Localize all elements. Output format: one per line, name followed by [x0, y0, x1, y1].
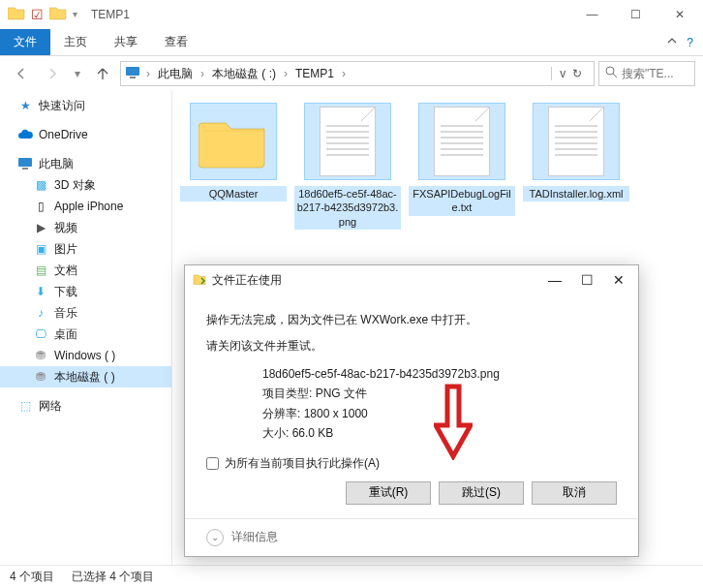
sidebar-item-network[interactable]: ⬚ 网络	[0, 395, 171, 417]
document-icon	[304, 103, 391, 180]
skip-button[interactable]: 跳过(S)	[439, 481, 524, 505]
sidebar-item-label: 3D 对象	[54, 177, 96, 194]
sidebar-item-local-drive[interactable]: ⛃ 本地磁盘 ( )	[0, 366, 171, 387]
sidebar-item-music[interactable]: ♪ 音乐	[0, 302, 171, 324]
search-input[interactable]: 搜索"TE...	[598, 61, 695, 86]
sidebar-item-quickaccess[interactable]: ★ 快速访问	[0, 95, 171, 116]
svg-rect-0	[126, 67, 139, 76]
phone-icon: ▯	[33, 199, 48, 214]
maximize-button[interactable]: ☐	[614, 1, 657, 28]
music-icon: ♪	[33, 305, 48, 321]
recent-dropdown-icon[interactable]: ▾	[70, 60, 85, 87]
ribbon-expand-icon[interactable]: ?	[657, 35, 703, 49]
crumb-thispc[interactable]: 此电脑	[156, 66, 195, 82]
chevron-right-icon[interactable]: ›	[197, 67, 208, 80]
sidebar-item-label: 音乐	[54, 305, 77, 322]
chevron-right-icon[interactable]: ›	[142, 67, 154, 80]
retry-button[interactable]: 重试(R)	[346, 481, 431, 505]
sidebar-item-windows-drive[interactable]: ⛃ Windows ( )	[0, 345, 171, 366]
sidebar: ★ 快速访问 OneDrive 此电脑 ▩ 3D 对象 ▯ Apple iPho…	[0, 91, 172, 565]
sidebar-item-3dobjects[interactable]: ▩ 3D 对象	[0, 174, 171, 196]
picture-icon: ▣	[33, 241, 48, 257]
document-icon	[533, 103, 620, 180]
download-icon: ⬇	[33, 284, 48, 299]
checkbox-label: 为所有当前项目执行此操作(A)	[225, 455, 380, 472]
svg-rect-4	[18, 158, 32, 167]
file-item-folder[interactable]: QQMaster	[180, 103, 287, 201]
file-item-txt[interactable]: FXSAPIDebugLogFile.txt	[409, 103, 515, 216]
up-button[interactable]	[89, 60, 116, 87]
sidebar-item-iphone[interactable]: ▯ Apple iPhone	[0, 196, 171, 217]
tab-share[interactable]: 共享	[101, 29, 151, 55]
apply-all-checkbox-row[interactable]: 为所有当前项目执行此操作(A)	[206, 455, 617, 472]
dialog-buttons: 重试(R) 跳过(S) 取消	[206, 481, 617, 505]
cancel-button[interactable]: 取消	[532, 481, 617, 505]
sidebar-item-pictures[interactable]: ▣ 图片	[0, 238, 171, 260]
dialog-maximize-button[interactable]: ☐	[581, 272, 594, 288]
apply-all-checkbox[interactable]	[206, 457, 219, 470]
tab-file[interactable]: 文件	[0, 29, 50, 55]
sidebar-item-label: 桌面	[54, 326, 77, 343]
chevron-right-icon[interactable]: ›	[338, 67, 350, 80]
pc-icon	[125, 66, 140, 82]
back-button[interactable]	[8, 60, 35, 87]
crumb-folder[interactable]: TEMP1	[293, 67, 336, 80]
sidebar-item-label: 此电脑	[39, 156, 74, 172]
ribbon: 文件 主页 共享 查看 ?	[0, 29, 703, 56]
drive-icon: ⛃	[33, 348, 48, 363]
check-icon[interactable]: ☑	[31, 7, 44, 22]
cloud-icon	[17, 127, 33, 142]
sidebar-item-videos[interactable]: ▶ 视频	[0, 217, 171, 238]
document-icon	[418, 103, 505, 180]
detail-filename: 18d60ef5-ce5f-48ac-b217-b4235d3972b3.png	[262, 364, 617, 384]
search-icon	[605, 66, 618, 81]
desktop-icon: 🖵	[33, 326, 48, 342]
quick-access-toolbar: ☑ ▾	[2, 5, 83, 23]
dialog-message-1: 操作无法完成，因为文件已在 WXWork.exe 中打开。	[206, 312, 617, 328]
dialog-message-2: 请关闭该文件并重试。	[206, 338, 617, 355]
detail-type: 项目类型: PNG 文件	[262, 384, 617, 403]
breadcrumb[interactable]: › 此电脑 › 本地磁盘 ( :) › TEMP1 › v ↻	[120, 61, 595, 86]
app-icon	[193, 272, 206, 289]
svg-rect-5	[22, 168, 28, 170]
sidebar-item-label: 图片	[54, 241, 77, 258]
navbar: ▾ › 此电脑 › 本地磁盘 ( :) › TEMP1 › v ↻ 搜索"TE.…	[0, 56, 703, 91]
sidebar-item-downloads[interactable]: ⬇ 下载	[0, 281, 171, 302]
sidebar-item-onedrive[interactable]: OneDrive	[0, 124, 171, 145]
statusbar: 4 个项目 已选择 4 个项目	[0, 565, 703, 588]
breadcrumb-dropdown[interactable]: v ↻	[551, 67, 590, 80]
sidebar-item-label: 本地磁盘 ( )	[54, 369, 115, 386]
dialog-expand-row[interactable]: ⌄ 详细信息	[185, 518, 638, 556]
forward-button[interactable]	[39, 60, 66, 87]
sidebar-item-thispc[interactable]: 此电脑	[0, 153, 171, 174]
sidebar-item-desktop[interactable]: 🖵 桌面	[0, 324, 171, 345]
detail-size: 大小: 66.0 KB	[262, 423, 617, 443]
file-item-xml[interactable]: TADInstaller.log.xml	[523, 103, 629, 201]
close-button[interactable]: ✕	[657, 1, 701, 28]
file-label: TADInstaller.log.xml	[523, 186, 629, 201]
sidebar-item-label: OneDrive	[39, 128, 88, 141]
minimize-button[interactable]: —	[570, 1, 614, 28]
qat-dropdown-icon[interactable]: ▾	[73, 9, 77, 19]
sidebar-item-documents[interactable]: ▤ 文档	[0, 260, 171, 281]
file-label: 18d60ef5-ce5f-48ac-b217-b4235d3972b3.png	[294, 186, 401, 230]
video-icon: ▶	[33, 220, 48, 235]
sidebar-item-label: 下载	[54, 284, 77, 300]
titlebar: ☑ ▾ TEMP1 — ☐ ✕	[0, 0, 703, 29]
tab-home[interactable]: 主页	[50, 29, 101, 55]
crumb-drive[interactable]: 本地磁盘 ( :)	[210, 66, 278, 82]
chevron-right-icon[interactable]: ›	[280, 67, 291, 80]
dialog-close-button[interactable]: ✕	[613, 272, 625, 288]
dialog-titlebar: 文件正在使用 — ☐ ✕	[185, 265, 638, 294]
folder-icon	[49, 5, 67, 23]
svg-point-2	[606, 67, 614, 75]
chevron-down-icon: ⌄	[206, 529, 224, 546]
file-label: FXSAPIDebugLogFile.txt	[409, 186, 515, 216]
search-placeholder: 搜索"TE...	[622, 66, 674, 82]
window-title: TEMP1	[91, 8, 130, 21]
drive-icon: ⛃	[33, 369, 48, 385]
dialog-minimize-button[interactable]: —	[548, 272, 562, 288]
file-item-png[interactable]: 18d60ef5-ce5f-48ac-b217-b4235d3972b3.png	[294, 103, 401, 230]
tab-view[interactable]: 查看	[151, 29, 201, 55]
svg-rect-1	[130, 77, 136, 78]
